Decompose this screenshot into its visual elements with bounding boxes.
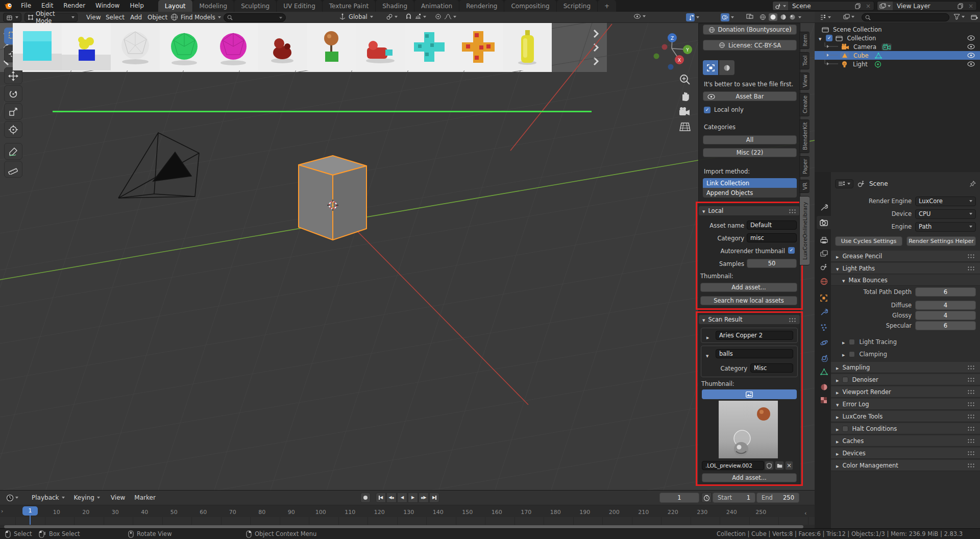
- mesh-data-icon[interactable]: [875, 53, 882, 59]
- render-engine-dropdown[interactable]: LuxCore: [915, 197, 976, 206]
- outliner-row-scene-collection[interactable]: Scene Collection: [815, 25, 980, 34]
- scene-name[interactable]: Scene: [788, 3, 853, 10]
- gizmo-negative-x[interactable]: [662, 44, 668, 50]
- camera-data-icon[interactable]: [881, 43, 892, 51]
- drag-handle-icon[interactable]: [789, 317, 796, 322]
- menu-file[interactable]: File: [16, 0, 36, 12]
- asset-name-field[interactable]: Default: [747, 220, 797, 230]
- outliner-row-camera[interactable]: Camera: [815, 42, 980, 51]
- scan-add-asset-button[interactable]: Add asset...: [702, 473, 797, 482]
- tab-layout[interactable]: Layout: [158, 0, 192, 12]
- 3d-viewport[interactable]: User Perspective (1) Collection | Cube: [0, 23, 815, 490]
- asset-bar-mode-toggle[interactable]: [703, 60, 718, 75]
- blender-logo-icon[interactable]: [0, 2, 16, 10]
- drag-handle-icon[interactable]: [789, 209, 796, 213]
- preview-name-field[interactable]: .LOL_preview.002: [702, 461, 764, 470]
- mode-dropdown[interactable]: Object Mode: [24, 13, 78, 22]
- gizmo-y-axis[interactable]: Y: [685, 47, 689, 53]
- menu-marker[interactable]: Marker: [130, 492, 160, 503]
- tab-render-icon[interactable]: [817, 216, 831, 229]
- material-shading-icon[interactable]: [780, 14, 787, 20]
- gizmo-x-axis[interactable]: X: [678, 58, 681, 63]
- tab-scripting[interactable]: Scripting: [557, 0, 597, 12]
- camera-view-icon[interactable]: [679, 107, 691, 117]
- tab-data-icon[interactable]: [817, 365, 831, 378]
- sidebar-tab-paper[interactable]: Paper: [799, 156, 810, 177]
- remove-view-layer-icon[interactable]: ×: [965, 3, 976, 10]
- panel-light-paths[interactable]: Light Paths: [831, 263, 980, 274]
- properties-breadcrumb-dropdown[interactable]: [835, 179, 853, 188]
- current-frame-field[interactable]: 1: [659, 493, 699, 503]
- pin-icon[interactable]: [969, 181, 976, 187]
- tab-rendering[interactable]: Rendering: [459, 0, 504, 12]
- menu-window[interactable]: Window: [90, 0, 125, 12]
- tab-constraints-icon[interactable]: [817, 351, 831, 364]
- collapse-arrow-icon[interactable]: [706, 352, 708, 359]
- fake-user-shield-icon[interactable]: [765, 461, 774, 470]
- asset-thumb-silver-sphere[interactable]: [111, 23, 160, 70]
- zoom-icon[interactable]: [679, 74, 691, 85]
- tab-modifiers-icon[interactable]: [817, 305, 831, 318]
- editor-type-dropdown[interactable]: [3, 13, 21, 22]
- search-local-assets-button[interactable]: Search new local assets: [700, 296, 797, 305]
- collapse-arrow-icon[interactable]: [702, 207, 705, 214]
- category-all-button[interactable]: All: [703, 135, 797, 144]
- asset-thumb-yellow-figure[interactable]: [62, 23, 111, 70]
- camera-object[interactable]: [118, 133, 199, 198]
- xray-toggle[interactable]: [744, 13, 755, 19]
- panel-color-management[interactable]: Color Management: [831, 460, 980, 471]
- collapse-arrow-icon[interactable]: [702, 316, 705, 323]
- panel-luxcore-tools[interactable]: LuxCore Tools: [831, 411, 980, 422]
- gizmos-dropdown[interactable]: [684, 13, 701, 21]
- tab-shading[interactable]: Shading: [376, 0, 414, 12]
- tab-particles-icon[interactable]: [817, 321, 831, 334]
- frame-end-field[interactable]: End250: [756, 493, 799, 503]
- specular-field[interactable]: 6: [915, 321, 976, 330]
- tab-physics-icon[interactable]: [817, 336, 831, 349]
- sidebar-tab-item[interactable]: Item: [799, 32, 810, 49]
- engine-dropdown[interactable]: Path: [915, 222, 976, 232]
- prev-keyframe-button[interactable]: ◀◆: [386, 493, 397, 503]
- clamping-checkbox[interactable]: [849, 351, 855, 357]
- menu-help[interactable]: Help: [125, 0, 149, 12]
- copy-view-layer-icon[interactable]: [955, 3, 965, 9]
- copy-scene-icon[interactable]: [853, 3, 863, 9]
- jump-to-end-button[interactable]: ▶: [429, 493, 439, 503]
- render-settings-helper-button[interactable]: Render Settings Helper: [906, 236, 976, 246]
- rendered-shading-icon[interactable]: [789, 14, 796, 20]
- scene-icon[interactable]: [773, 2, 788, 10]
- playhead[interactable]: [30, 516, 31, 525]
- collapse-arrow-icon[interactable]: [819, 35, 821, 42]
- asset-thumb-copper-ball[interactable]: [307, 23, 356, 70]
- asset-thumb-red-bottle[interactable]: [356, 23, 405, 70]
- auto-keying-record-button[interactable]: [360, 493, 371, 503]
- panel-clamping[interactable]: Clamping: [842, 351, 887, 358]
- pan-hand-icon[interactable]: [679, 90, 691, 102]
- scan-asset-2-field[interactable]: balls: [716, 349, 793, 358]
- scene-selector[interactable]: Scene ×: [772, 1, 874, 11]
- local-panel-header[interactable]: Local: [699, 206, 800, 215]
- frame-start-field[interactable]: Start1: [713, 493, 755, 503]
- hide-eye-icon[interactable]: [967, 61, 975, 67]
- new-collection-button[interactable]: [969, 14, 980, 20]
- cube-object[interactable]: [299, 156, 366, 240]
- transform-orientation-dropdown[interactable]: Global: [337, 13, 375, 20]
- panel-grease-pencil[interactable]: Grease Pencil: [831, 251, 980, 262]
- search-input[interactable]: [224, 13, 286, 22]
- local-only-checkbox[interactable]: Local only: [704, 106, 744, 113]
- tab-texture-paint[interactable]: Texture Paint: [323, 0, 375, 12]
- samples-field[interactable]: 50: [747, 259, 797, 268]
- hide-eye-icon[interactable]: [967, 35, 975, 41]
- wireframe-shading-icon[interactable]: [760, 14, 766, 20]
- asset-thumb-yellow-bottle[interactable]: [503, 23, 552, 70]
- tab-uv-editing[interactable]: UV Editing: [277, 0, 322, 12]
- rotate-tool[interactable]: [4, 85, 22, 102]
- jump-to-start-button[interactable]: ◀: [376, 493, 386, 503]
- annotate-tool[interactable]: [4, 143, 22, 160]
- tab-tool-icon[interactable]: [817, 201, 831, 214]
- panel-max-bounces[interactable]: Max Bounces: [831, 275, 980, 286]
- outliner-row-collection[interactable]: Collection: [815, 34, 980, 42]
- ortho-grid-icon[interactable]: [679, 122, 691, 132]
- play-button[interactable]: ▶: [408, 493, 418, 503]
- find-models-dropdown[interactable]: Find Models: [168, 13, 223, 21]
